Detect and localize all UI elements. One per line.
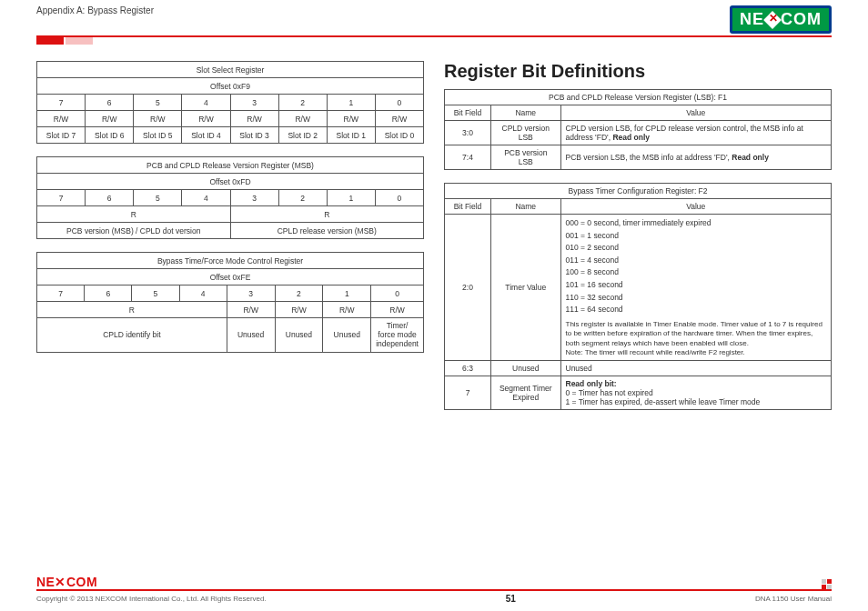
t2-r-left: R: [37, 206, 231, 223]
t1-name: Slot ID 4: [182, 127, 230, 144]
t1-title: Slot Select Register: [37, 62, 424, 78]
t1-name: Slot ID 2: [278, 127, 327, 144]
t2-desc-right: CPLD release version (MSB): [230, 223, 424, 239]
t1-rw: R/W: [327, 111, 375, 127]
rt2-h-name: Name: [491, 199, 561, 215]
t1-name: Slot ID 1: [327, 127, 375, 144]
t3-rw: R/W: [227, 302, 275, 318]
t3-bit: 7: [37, 285, 85, 302]
t3-rw: R/W: [275, 302, 323, 318]
t3-unused: Unused: [323, 318, 371, 353]
rt2-r2-name: Unused: [491, 361, 561, 376]
t3-bit: 5: [132, 285, 179, 302]
t2-bit: 7: [37, 190, 86, 206]
t2-bit: 3: [230, 190, 278, 206]
t1-rw: R/W: [37, 111, 86, 127]
rt2-r3-l1: 0 = Timer has not expired: [566, 388, 653, 397]
rt1-r1-name: CPLD version LSB: [491, 121, 561, 145]
t2-bit: 2: [278, 190, 327, 206]
t3-bit: 6: [85, 285, 132, 302]
rt1-title: PCB and CPLD Release Version Register (L…: [445, 90, 832, 105]
rt2-r3-bit: 7: [445, 376, 491, 410]
t2-offset: Offset 0xFD: [37, 174, 424, 190]
bypass-timer-config-table: Bypass Timer Configuration Register: F2 …: [444, 183, 832, 410]
t2-bit: 4: [182, 190, 230, 206]
t2-r-right: R: [230, 206, 424, 223]
t2-bit: 6: [86, 190, 134, 206]
t3-bit: 1: [323, 285, 371, 302]
version-lsb-table: PCB and CPLD Release Version Register (L…: [444, 89, 832, 170]
logo-right: COM: [781, 10, 822, 29]
t3-unused: Unused: [227, 318, 275, 353]
appendix-title: Appendix A: Bypass Register: [36, 5, 154, 15]
timer-value-item: 010 = 2 second: [566, 242, 827, 255]
t3-rw: R/W: [323, 302, 371, 318]
t1-rw: R/W: [278, 111, 327, 127]
t3-desc-left: CPLD identify bit: [37, 318, 227, 353]
rt2-r2-val: Unused: [560, 361, 832, 376]
t1-name: Slot ID 0: [375, 127, 423, 144]
rt2-r1-name: Timer Value: [491, 215, 561, 361]
t2-bit: 0: [375, 190, 423, 206]
section-heading: Register Bit Definitions: [444, 61, 832, 82]
t3-unused: Unused: [275, 318, 323, 353]
rt2-r3-name: Segment Timer Expired: [491, 376, 561, 410]
rt1-r1-bit: 3:0: [445, 121, 491, 145]
t3-timer: Timer/ force mode independent: [371, 318, 424, 353]
t1-bit: 5: [134, 95, 182, 111]
t1-bit: 6: [86, 95, 134, 111]
slot-select-register-table: Slot Select Register Offset 0xF9 7 6 5 4…: [36, 61, 424, 144]
timer-value-item: 000 = 0 second, timer immediately expire…: [566, 217, 827, 230]
timer-value-list: 000 = 0 second, timer immediately expire…: [566, 217, 827, 316]
rt2-h-val: Value: [560, 199, 832, 215]
footer-logo-right: COM: [66, 575, 97, 589]
rt2-title: Bypass Timer Configuration Register: F2: [445, 184, 832, 199]
rt2-r1-val: 000 = 0 second, timer immediately expire…: [560, 215, 832, 361]
rt1-r2-bit: 7:4: [445, 145, 491, 170]
t1-rw: R/W: [375, 111, 423, 127]
t1-name: Slot ID 5: [134, 127, 182, 144]
footer-red-line: [36, 589, 832, 591]
footer-copyright: Copyright © 2013 NEXCOM International Co…: [36, 595, 267, 603]
rt1-r2-val: PCB version LSB, the MSB info at address…: [560, 145, 832, 170]
timer-value-item: 111 = 64 second: [566, 304, 827, 316]
bypass-time-force-table: Bypass Time/Force Mode Control Register …: [36, 252, 424, 353]
t3-offset: Offset 0xFE: [37, 269, 424, 285]
rt1-r1-val-a: CPLD version LSB, for CPLD release versi…: [566, 124, 803, 142]
header-tab-pink: [66, 37, 93, 45]
footer: NE✕COM Copyright © 2013 NEXCOM Internati…: [36, 575, 832, 604]
rt1-h-name: Name: [491, 105, 561, 121]
right-column: Register Bit Definitions PCB and CPLD Re…: [444, 61, 832, 423]
rt1-h-bit: Bit Field: [445, 105, 491, 121]
t3-rw: R/W: [371, 302, 424, 318]
t2-desc-left: PCB version (MSB) / CPLD dot version: [37, 223, 231, 239]
footer-logo-left: NE: [36, 575, 55, 589]
t1-offset: Offset 0xF9: [37, 78, 424, 95]
t3-r-left: R: [37, 302, 227, 318]
timer-value-item: 011 = 4 second: [566, 255, 827, 267]
t1-name: Slot ID 7: [37, 127, 86, 144]
header-tab-red: [36, 37, 64, 45]
timer-value-item: 101 = 16 second: [566, 279, 827, 292]
t1-bit: 1: [327, 95, 375, 111]
timer-value-item: 110 = 32 second: [566, 292, 827, 305]
t1-bit: 0: [375, 95, 423, 111]
footer-squares-icon: [822, 579, 832, 589]
logo-left: NE: [740, 10, 764, 29]
rt2-h-bit: Bit Field: [445, 199, 491, 215]
t1-name: Slot ID 6: [86, 127, 134, 144]
rt2-r1-bit: 2:0: [445, 215, 491, 361]
t1-rw: R/W: [230, 111, 278, 127]
pcb-cpld-msb-table: PCB and CPLD Release Version Register (M…: [36, 156, 424, 239]
t1-rw: R/W: [134, 111, 182, 127]
page-number: 51: [506, 594, 516, 604]
left-column: Slot Select Register Offset 0xF9 7 6 5 4…: [36, 61, 424, 423]
t3-bit: 0: [371, 285, 424, 302]
footer-logo: NE✕COM: [36, 575, 97, 589]
nexcom-logo: NE COM: [730, 5, 832, 34]
t3-bit: 3: [227, 285, 275, 302]
t1-bit: 4: [182, 95, 230, 111]
rt2-r3-head: Read only bit:: [566, 379, 617, 388]
t3-title: Bypass Time/Force Mode Control Register: [37, 253, 424, 269]
t3-bit: 2: [275, 285, 323, 302]
